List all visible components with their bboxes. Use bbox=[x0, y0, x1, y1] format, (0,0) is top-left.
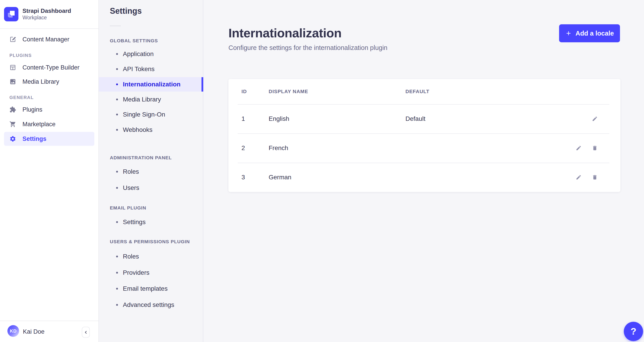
subnav-section-email-plugin: EMAIL PLUGIN bbox=[110, 205, 146, 211]
sidebar-item-content-manager[interactable]: Content Manager bbox=[4, 32, 94, 46]
sidebar-footer: KD Kai Doe bbox=[0, 321, 98, 342]
subnav-item-media-library[interactable]: Media Library bbox=[99, 92, 203, 107]
layout-icon bbox=[10, 64, 16, 71]
add-locale-button[interactable]: Add a locale bbox=[559, 24, 620, 42]
workspace-switcher[interactable]: Strapi Dashboard Workplace bbox=[0, 0, 98, 29]
bullet-icon bbox=[116, 53, 118, 55]
sidebar-item-settings[interactable]: Settings bbox=[4, 132, 94, 146]
strapi-settings-page: Strapi Dashboard Workplace Content Manag… bbox=[0, 0, 644, 342]
question-mark-icon: ? bbox=[630, 326, 636, 337]
bullet-icon bbox=[116, 129, 118, 131]
subnav-item-label: Email templates bbox=[123, 285, 168, 292]
bullet-icon bbox=[116, 187, 118, 189]
sidebar-section-plugins: PLUGINS bbox=[10, 52, 32, 58]
subnav-item-label: Users bbox=[123, 184, 139, 192]
row-actions bbox=[576, 163, 598, 192]
sidebar-item-marketplace[interactable]: Marketplace bbox=[4, 117, 94, 131]
bullet-icon bbox=[116, 68, 118, 70]
column-header-default: DEFAULT bbox=[406, 79, 430, 104]
pencil-icon bbox=[592, 116, 598, 122]
subnav-item-admin-roles[interactable]: Roles bbox=[99, 164, 203, 179]
subnav-item-email-templates[interactable]: Email templates bbox=[99, 281, 203, 296]
bullet-icon bbox=[116, 304, 118, 306]
row-actions bbox=[592, 104, 598, 133]
table-row: 1 English Default bbox=[228, 104, 620, 133]
subnav-item-internationalization[interactable]: Internationalization bbox=[99, 77, 203, 92]
subnav-title: Settings bbox=[110, 6, 142, 16]
edit-locale-button[interactable] bbox=[576, 174, 582, 180]
subnav-item-label: Single Sign-On bbox=[123, 111, 165, 118]
sidebar-item-media-library[interactable]: Media Library bbox=[4, 75, 94, 89]
subnav-item-label: Application bbox=[123, 50, 154, 58]
pencil-icon bbox=[576, 145, 582, 151]
sidebar-item-label: Media Library bbox=[22, 78, 59, 85]
subnav-item-label: Webhooks bbox=[123, 126, 152, 133]
delete-locale-button[interactable] bbox=[592, 145, 598, 151]
cell-display-name: English bbox=[269, 104, 289, 133]
edit-locale-button[interactable] bbox=[576, 145, 582, 151]
cell-id: 2 bbox=[242, 133, 245, 163]
subnav-item-api-tokens[interactable]: API Tokens bbox=[99, 62, 203, 76]
puzzle-icon bbox=[10, 106, 16, 113]
help-button[interactable]: ? bbox=[624, 322, 643, 341]
bullet-icon bbox=[116, 288, 118, 290]
pen-square-icon bbox=[10, 36, 16, 43]
sidebar-item-label: Settings bbox=[22, 135, 46, 142]
workspace-title: Strapi Dashboard bbox=[22, 8, 71, 15]
user-name[interactable]: Kai Doe bbox=[23, 321, 44, 342]
main-sidebar: Strapi Dashboard Workplace Content Manag… bbox=[0, 0, 99, 342]
column-header-id: ID bbox=[242, 79, 247, 104]
subnav-section-administration-panel: ADMINISTRATION PANEL bbox=[110, 155, 172, 161]
pencil-icon bbox=[576, 174, 582, 180]
chevron-left-icon bbox=[84, 330, 88, 334]
subnav-item-label: Roles bbox=[123, 168, 139, 175]
sidebar-item-plugins[interactable]: Plugins bbox=[4, 103, 94, 117]
main-content: Internationalization Configure the setti… bbox=[203, 0, 644, 342]
cell-display-name: French bbox=[269, 133, 288, 163]
trash-icon bbox=[592, 174, 598, 180]
table-row: 3 German bbox=[228, 163, 620, 192]
sidebar-section-general: GENERAL bbox=[10, 94, 34, 100]
subnav-item-label: Internationalization bbox=[123, 81, 180, 88]
subnav-item-label: API Tokens bbox=[123, 66, 154, 73]
gear-icon bbox=[10, 135, 16, 142]
subnav-item-webhooks[interactable]: Webhooks bbox=[99, 123, 203, 137]
subnav-item-single-sign-on[interactable]: Single Sign-On bbox=[99, 107, 203, 122]
cell-display-name: German bbox=[269, 163, 291, 192]
subnav-item-email-settings[interactable]: Settings bbox=[99, 215, 203, 229]
bullet-icon bbox=[116, 83, 118, 85]
trash-icon bbox=[592, 145, 598, 151]
bullet-icon bbox=[116, 171, 118, 173]
subnav-item-providers[interactable]: Providers bbox=[99, 265, 203, 280]
subnav-item-label: Roles bbox=[123, 253, 139, 260]
subnav-item-admin-users[interactable]: Users bbox=[99, 181, 203, 195]
edit-locale-button[interactable] bbox=[592, 116, 598, 122]
page-subtitle: Configure the settings for the internati… bbox=[228, 44, 388, 52]
subnav-item-label: Settings bbox=[123, 219, 146, 226]
collapse-sidebar-button[interactable] bbox=[82, 327, 90, 338]
cell-default: Default bbox=[406, 104, 426, 133]
sidebar-item-content-type-builder[interactable]: Content-Type Builder bbox=[4, 61, 94, 74]
bullet-icon bbox=[116, 99, 118, 100]
bullet-icon bbox=[116, 272, 118, 274]
subnav-item-application[interactable]: Application bbox=[99, 47, 203, 61]
plus-icon bbox=[565, 30, 572, 37]
sidebar-item-label: Plugins bbox=[22, 106, 42, 113]
table-row: 2 French bbox=[228, 133, 620, 163]
delete-locale-button[interactable] bbox=[592, 174, 598, 180]
subnav-item-up-roles[interactable]: Roles bbox=[99, 249, 203, 264]
subnav-item-advanced-settings[interactable]: Advanced settings bbox=[99, 298, 203, 312]
divider bbox=[110, 26, 121, 26]
page-title: Internationalization bbox=[228, 26, 342, 40]
workspace-info: Strapi Dashboard Workplace bbox=[22, 8, 71, 21]
bullet-icon bbox=[116, 114, 118, 115]
sidebar-item-label: Content-Type Builder bbox=[22, 64, 80, 71]
subnav-section-users-permissions-plugin: USERS & PERMISSIONS PLUGIN bbox=[110, 239, 190, 245]
user-avatar[interactable]: KD bbox=[8, 325, 19, 337]
workspace-subtitle: Workplace bbox=[22, 15, 71, 21]
table-header: ID DISPLAY NAME DEFAULT bbox=[228, 79, 620, 104]
avatar-initials: KD bbox=[10, 328, 16, 334]
column-header-display-name: DISPLAY NAME bbox=[269, 79, 308, 104]
cart-icon bbox=[10, 121, 16, 128]
locales-table: ID DISPLAY NAME DEFAULT 1 English Defaul… bbox=[228, 79, 620, 192]
